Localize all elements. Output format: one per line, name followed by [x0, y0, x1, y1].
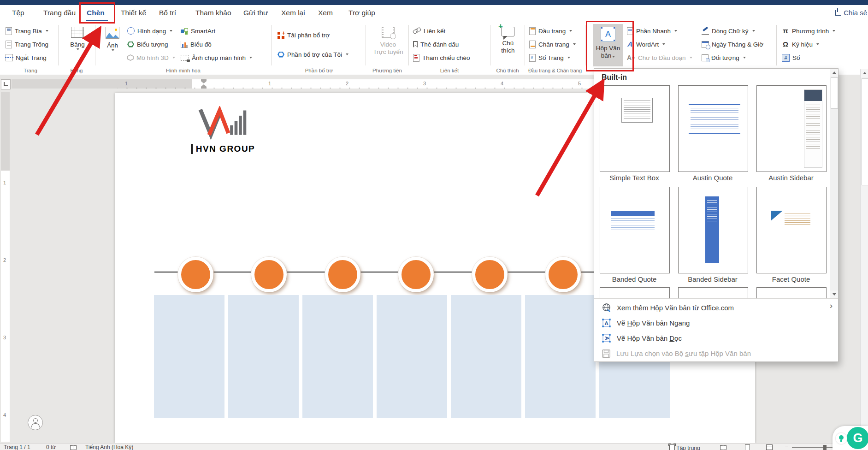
menu-item-more-text-boxes[interactable]: Xem thêm Hộp Văn bản từ Office.com — [594, 300, 838, 315]
symbol-button[interactable]: Ω Ký hiệu — [782, 39, 819, 50]
timeline-circle[interactable] — [251, 257, 287, 292]
template-simple-text-box[interactable] — [600, 85, 670, 172]
gallery-scroll-up-button[interactable] — [830, 69, 838, 77]
equation-icon: π — [782, 27, 789, 35]
timeline-circle[interactable] — [472, 257, 508, 292]
share-icon — [835, 10, 841, 16]
number-button[interactable]: # Số — [782, 52, 800, 63]
zoom-out-button[interactable]: − — [785, 443, 788, 450]
proofing-icon[interactable] — [70, 444, 77, 450]
wordart-button[interactable]: WordArt — [627, 39, 665, 50]
chart-button[interactable]: Biểu đồ — [181, 39, 212, 50]
template-austin-quote[interactable] — [678, 85, 748, 172]
blank-page-button[interactable]: Trang Trống — [6, 39, 48, 50]
tab-layout[interactable]: Bố trí — [159, 9, 176, 17]
page-indicator[interactable]: Trang 1 / 1 — [4, 444, 30, 450]
timeline-circle[interactable] — [325, 257, 360, 292]
scrollbar-thumb[interactable] — [862, 78, 868, 185]
tab-selector[interactable] — [1, 79, 11, 89]
template-banded-sidebar[interactable] — [678, 187, 748, 273]
timeline-circle[interactable] — [398, 257, 434, 292]
print-layout-button[interactable] — [745, 444, 750, 450]
tab-mailings[interactable]: Gửi thư — [243, 9, 268, 17]
quick-parts-button[interactable]: Phần Nhanh — [627, 25, 677, 36]
header-icon — [529, 27, 536, 35]
pictures-button[interactable]: Ảnh — [100, 24, 124, 51]
chart-icon — [181, 41, 188, 48]
screenshot-button[interactable]: Ảnh chụp màn hình — [181, 52, 252, 63]
timeline-circle[interactable] — [545, 257, 581, 292]
page-break-button[interactable]: Ngắt Trang — [6, 52, 47, 63]
comment-button[interactable]: Chú thích — [495, 24, 521, 54]
online-video-icon — [382, 27, 395, 38]
cross-reference-button[interactable]: Tham chiếu chéo — [413, 52, 470, 63]
template-austin-sidebar[interactable] — [756, 85, 827, 172]
page-number-button[interactable]: Số Trang — [529, 52, 570, 63]
wordart-icon — [626, 41, 634, 48]
tab-review[interactable]: Xem lại — [281, 9, 305, 17]
zoom-slider-handle[interactable] — [823, 445, 827, 450]
drop-cap-icon — [627, 54, 635, 61]
content-box[interactable] — [377, 295, 447, 418]
object-button[interactable]: Đối tượng — [702, 52, 746, 63]
document-scrollbar[interactable] — [860, 69, 868, 443]
icons-button[interactable]: Biểu tượng — [127, 39, 168, 50]
read-mode-button[interactable] — [720, 444, 726, 450]
content-box[interactable] — [228, 295, 299, 418]
menu-item-draw-vertical-text-box[interactable]: A Vẽ Hộp Văn bản Dọc — [594, 331, 838, 346]
link-button[interactable]: Liên kết — [413, 25, 445, 36]
template-partial[interactable] — [756, 287, 827, 298]
date-time-icon — [702, 41, 709, 48]
table-button[interactable]: Bảng — [65, 24, 89, 50]
tab-insert[interactable]: Chèn — [87, 9, 105, 17]
menu-item-draw-horizontal-text-box[interactable]: A Vẽ Hộp Văn bản Ngang — [594, 315, 838, 331]
template-partial[interactable] — [678, 287, 748, 298]
gallery-scrollbar-thumb[interactable] — [831, 77, 838, 109]
content-box[interactable] — [154, 295, 224, 418]
template-banded-quote[interactable] — [600, 187, 670, 273]
tab-home[interactable]: Trang đầu — [43, 9, 76, 17]
tab-design[interactable]: Thiết kế — [121, 9, 146, 17]
share-button[interactable]: Chia sẻ — [835, 9, 867, 17]
smartart-button[interactable]: SmartArt — [181, 25, 215, 36]
scroll-up-button[interactable] — [861, 69, 868, 77]
content-box[interactable] — [302, 295, 373, 418]
date-time-button[interactable]: Ngày Tháng & Giờ — [702, 39, 763, 50]
tab-help[interactable]: Trợ giúp — [348, 9, 375, 17]
timeline-circle[interactable] — [178, 257, 213, 292]
signature-line-button[interactable]: Dòng Chữ ký — [702, 25, 755, 36]
web-layout-button[interactable] — [766, 444, 773, 450]
text-box-button[interactable]: A Hộp Văn bản — [593, 24, 623, 66]
get-addins-button[interactable]: Tải phần bổ trợ — [278, 30, 330, 41]
bookmark-button[interactable]: Thẻ đánh dấu — [413, 39, 459, 50]
header-button[interactable]: Đầu trang — [529, 25, 572, 36]
my-addins-icon — [278, 52, 284, 58]
content-box[interactable] — [451, 295, 521, 418]
tab-file[interactable]: Tệp — [12, 9, 24, 17]
company-logo[interactable]: HVN GROUP — [189, 106, 258, 154]
icons-icon — [127, 41, 134, 47]
text-box-icon: A — [601, 27, 615, 41]
focus-mode-button[interactable]: Tập trung — [669, 444, 700, 450]
assistant-floating-button[interactable] — [28, 415, 43, 430]
template-facet-quote[interactable] — [756, 187, 827, 273]
cover-page-icon — [6, 27, 12, 35]
draw-vertical-text-box-icon: A — [602, 333, 611, 343]
grammarly-widget[interactable]: G — [833, 426, 868, 450]
language-indicator[interactable]: Tiếng Anh (Hoa Kỳ) — [85, 444, 133, 450]
content-box[interactable] — [525, 295, 596, 418]
cover-page-button[interactable]: Trang Bìa — [6, 25, 48, 36]
tab-references[interactable]: Tham khảo — [195, 9, 231, 17]
equation-button[interactable]: π Phương trình — [782, 25, 835, 36]
vertical-ruler: 1 2 3 4 — [1, 92, 10, 442]
gallery-scrollbar[interactable] — [830, 69, 838, 298]
tab-view[interactable]: Xem — [318, 9, 333, 17]
footer-button[interactable]: Chân trang — [529, 39, 576, 50]
timeline-line[interactable] — [154, 272, 594, 272]
gallery-scroll-down-button[interactable] — [830, 290, 838, 298]
my-addins-button[interactable]: Phần bổ trợ của Tôi — [278, 49, 348, 60]
shapes-button[interactable]: Hình dạng — [127, 25, 172, 36]
word-count[interactable]: 0 từ — [46, 444, 56, 450]
template-partial[interactable] — [600, 287, 670, 298]
cross-reference-icon — [413, 54, 419, 62]
